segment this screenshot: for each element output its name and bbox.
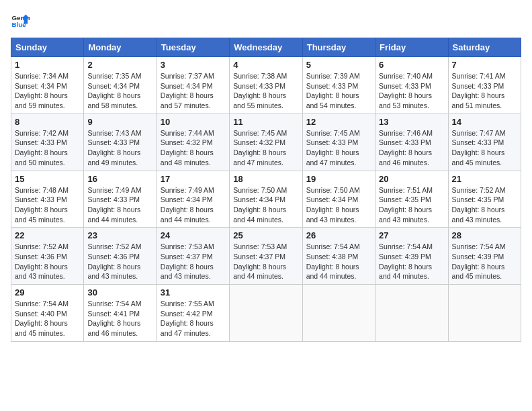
day-header-sunday: Sunday [11, 38, 84, 57]
sunset-label: Sunset: 4:34 PM [233, 195, 285, 203]
calendar-cell: 24 Sunrise: 7:53 AM Sunset: 4:37 PM Dayl… [157, 228, 229, 285]
sunrise-label: Sunrise: 7:51 AM [379, 186, 433, 194]
daylight-label: Daylight: 8 hours and 47 minutes. [161, 319, 214, 337]
day-number: 6 [379, 60, 444, 70]
day-info: Sunrise: 7:55 AM Sunset: 4:42 PM Dayligh… [161, 299, 226, 338]
sunrise-label: Sunrise: 7:37 AM [161, 72, 214, 80]
day-info: Sunrise: 7:40 AM Sunset: 4:33 PM Dayligh… [379, 71, 444, 111]
calendar-cell [230, 285, 302, 342]
page-header: General Blue [11, 11, 521, 30]
calendar-cell: 4 Sunrise: 7:38 AM Sunset: 4:33 PM Dayli… [230, 57, 302, 114]
day-info: Sunrise: 7:50 AM Sunset: 4:34 PM Dayligh… [306, 185, 371, 225]
daylight-label: Daylight: 8 hours and 44 minutes. [306, 263, 359, 281]
calendar-cell: 26 Sunrise: 7:54 AM Sunset: 4:38 PM Dayl… [302, 228, 375, 285]
sunset-label: Sunset: 4:41 PM [87, 310, 140, 318]
day-info: Sunrise: 7:53 AM Sunset: 4:37 PM Dayligh… [233, 242, 298, 281]
calendar-cell: 6 Sunrise: 7:40 AM Sunset: 4:33 PM Dayli… [375, 57, 448, 114]
day-number: 14 [452, 117, 517, 127]
calendar-cell: 22 Sunrise: 7:52 AM Sunset: 4:36 PM Dayl… [11, 228, 84, 285]
sunrise-label: Sunrise: 7:53 AM [161, 242, 214, 250]
calendar-cell: 31 Sunrise: 7:55 AM Sunset: 4:42 PM Dayl… [157, 285, 229, 342]
daylight-label: Daylight: 8 hours and 44 minutes. [379, 263, 432, 281]
sunrise-label: Sunrise: 7:46 AM [379, 129, 433, 137]
daylight-label: Daylight: 8 hours and 57 minutes. [161, 91, 214, 109]
calendar-cell: 3 Sunrise: 7:37 AM Sunset: 4:34 PM Dayli… [157, 57, 229, 114]
day-number: 7 [452, 60, 517, 70]
daylight-label: Daylight: 8 hours and 50 minutes. [15, 148, 68, 167]
day-number: 10 [161, 117, 226, 127]
day-info: Sunrise: 7:51 AM Sunset: 4:35 PM Dayligh… [379, 185, 444, 225]
sunset-label: Sunset: 4:34 PM [15, 82, 67, 90]
day-header-friday: Friday [375, 38, 448, 57]
daylight-label: Daylight: 8 hours and 55 minutes. [233, 91, 286, 109]
calendar-cell: 1 Sunrise: 7:34 AM Sunset: 4:34 PM Dayli… [11, 57, 84, 114]
calendar-cell: 17 Sunrise: 7:49 AM Sunset: 4:34 PM Dayl… [157, 171, 229, 228]
calendar-cell [448, 285, 521, 342]
day-number: 27 [379, 230, 444, 240]
sunrise-label: Sunrise: 7:54 AM [15, 300, 69, 308]
sunrise-label: Sunrise: 7:47 AM [452, 129, 506, 137]
day-info: Sunrise: 7:39 AM Sunset: 4:33 PM Dayligh… [306, 71, 371, 111]
day-info: Sunrise: 7:54 AM Sunset: 4:40 PM Dayligh… [15, 299, 80, 338]
day-number: 5 [306, 60, 371, 70]
day-info: Sunrise: 7:54 AM Sunset: 4:39 PM Dayligh… [379, 242, 444, 281]
sunset-label: Sunset: 4:33 PM [233, 82, 285, 90]
daylight-label: Daylight: 8 hours and 44 minutes. [87, 205, 140, 224]
day-info: Sunrise: 7:44 AM Sunset: 4:32 PM Dayligh… [161, 128, 226, 168]
sunrise-label: Sunrise: 7:38 AM [233, 72, 287, 80]
daylight-label: Daylight: 8 hours and 44 minutes. [233, 205, 286, 224]
daylight-label: Daylight: 8 hours and 46 minutes. [87, 319, 140, 337]
day-number: 8 [15, 117, 80, 127]
day-number: 28 [452, 230, 517, 240]
sunset-label: Sunset: 4:32 PM [233, 138, 285, 146]
calendar-cell: 8 Sunrise: 7:42 AM Sunset: 4:33 PM Dayli… [11, 113, 84, 171]
sunset-label: Sunset: 4:36 PM [15, 253, 67, 261]
sunset-label: Sunset: 4:34 PM [87, 82, 140, 90]
sunrise-label: Sunrise: 7:55 AM [161, 300, 214, 308]
daylight-label: Daylight: 8 hours and 44 minutes. [161, 205, 214, 224]
daylight-label: Daylight: 8 hours and 46 minutes. [379, 148, 432, 167]
sunset-label: Sunset: 4:39 PM [452, 253, 504, 261]
day-header-tuesday: Tuesday [157, 38, 229, 57]
day-header-saturday: Saturday [448, 38, 521, 57]
sunset-label: Sunset: 4:37 PM [233, 253, 285, 261]
daylight-label: Daylight: 8 hours and 43 minutes. [15, 263, 68, 281]
daylight-label: Daylight: 8 hours and 51 minutes. [452, 91, 505, 109]
sunset-label: Sunset: 4:37 PM [161, 253, 213, 261]
sunset-label: Sunset: 4:33 PM [452, 82, 504, 90]
sunrise-label: Sunrise: 7:39 AM [306, 72, 360, 80]
day-number: 9 [87, 117, 152, 127]
sunset-label: Sunset: 4:33 PM [87, 138, 140, 146]
sunset-label: Sunset: 4:33 PM [306, 82, 359, 90]
daylight-label: Daylight: 8 hours and 45 minutes. [15, 319, 68, 337]
sunrise-label: Sunrise: 7:41 AM [452, 72, 506, 80]
day-number: 23 [87, 230, 152, 240]
day-number: 26 [306, 230, 371, 240]
day-number: 11 [233, 117, 298, 127]
sunset-label: Sunset: 4:33 PM [306, 138, 359, 146]
day-number: 15 [15, 174, 80, 184]
day-info: Sunrise: 7:41 AM Sunset: 4:33 PM Dayligh… [452, 71, 517, 111]
sunset-label: Sunset: 4:39 PM [379, 253, 431, 261]
daylight-label: Daylight: 8 hours and 47 minutes. [233, 148, 286, 167]
sunrise-label: Sunrise: 7:54 AM [87, 300, 141, 308]
day-number: 16 [87, 174, 152, 184]
sunrise-label: Sunrise: 7:52 AM [452, 186, 506, 194]
day-info: Sunrise: 7:49 AM Sunset: 4:33 PM Dayligh… [87, 185, 152, 225]
day-number: 29 [15, 287, 80, 298]
daylight-label: Daylight: 8 hours and 43 minutes. [306, 205, 359, 224]
sunrise-label: Sunrise: 7:34 AM [15, 72, 69, 80]
daylight-label: Daylight: 8 hours and 45 minutes. [15, 205, 68, 224]
day-info: Sunrise: 7:54 AM Sunset: 4:39 PM Dayligh… [452, 242, 517, 281]
day-header-wednesday: Wednesday [230, 38, 302, 57]
calendar-cell [302, 285, 375, 342]
day-info: Sunrise: 7:43 AM Sunset: 4:33 PM Dayligh… [87, 128, 152, 168]
sunset-label: Sunset: 4:33 PM [15, 195, 67, 203]
daylight-label: Daylight: 8 hours and 43 minutes. [161, 263, 214, 281]
sunset-label: Sunset: 4:38 PM [306, 253, 359, 261]
day-info: Sunrise: 7:52 AM Sunset: 4:36 PM Dayligh… [87, 242, 152, 281]
sunrise-label: Sunrise: 7:43 AM [87, 129, 141, 137]
sunrise-label: Sunrise: 7:48 AM [15, 186, 69, 194]
calendar-cell: 13 Sunrise: 7:46 AM Sunset: 4:33 PM Dayl… [375, 113, 448, 171]
sunset-label: Sunset: 4:33 PM [87, 195, 140, 203]
